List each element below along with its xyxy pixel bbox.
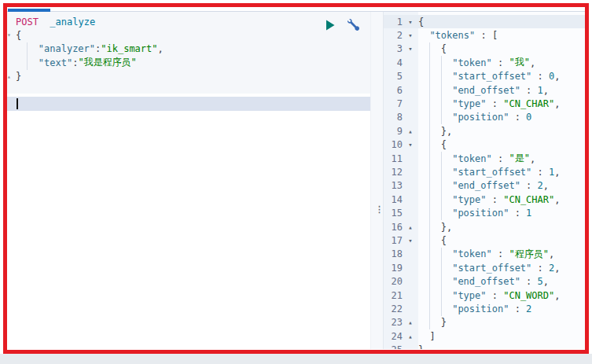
code-line[interactable]: 18"token" : "程序员", (384, 248, 585, 261)
code-line[interactable]: 11"token" : "是", (384, 152, 585, 165)
code-line[interactable]: 22"position" : 2 (384, 302, 585, 315)
code-text: POST _analyze (16, 17, 95, 28)
code-line[interactable] (7, 97, 370, 110)
code-token: "analyzer" (39, 43, 95, 54)
code-token: "我" (509, 56, 529, 69)
indent-guide (418, 152, 429, 165)
fold-down-icon[interactable]: ▾ (405, 141, 416, 149)
code-line[interactable]: "text":"我是程序员" (7, 56, 370, 69)
code-text: "start_offset" : 0, (416, 70, 560, 83)
code-text: }, (416, 124, 452, 138)
line-number: 8 (384, 112, 405, 123)
indent-guide (418, 83, 429, 97)
code-line[interactable]: 13"end_offset" : 2, (384, 179, 585, 193)
code-text: { (416, 233, 447, 247)
play-icon (324, 19, 336, 31)
indent-guide (429, 111, 440, 124)
code-token: : (520, 85, 538, 96)
send-request-button[interactable] (324, 19, 336, 31)
code-line[interactable]: 17▾{ (384, 233, 585, 247)
code-text: } (416, 344, 424, 349)
code-line[interactable]: 7"type" : "CN_CHAR", (384, 97, 585, 110)
code-token: { (441, 139, 447, 150)
indent-guide (429, 152, 440, 165)
code-token: "position" (452, 112, 509, 123)
code-line[interactable]: 8"position" : 0 (384, 111, 585, 124)
code-line[interactable]: 14"type" : "CN_CHAR", (384, 193, 585, 206)
indent-guide (418, 124, 429, 138)
indent-guide (429, 220, 440, 233)
code-text: "start_offset" : 1, (416, 165, 560, 178)
indent-guide (429, 97, 440, 110)
fold-up-icon[interactable]: ▴ (405, 318, 416, 326)
response-editor[interactable]: 1▾{2▾"tokens" : [3▾{4"token" : "我",5"sta… (384, 12, 585, 349)
code-line[interactable]: 15"position" : 1 (384, 206, 585, 219)
code-token: "text" (39, 57, 72, 68)
code-line[interactable]: 10▾{ (384, 138, 585, 152)
indent-guide (418, 97, 429, 110)
code-line[interactable] (7, 83, 370, 97)
indent-guide (27, 56, 38, 69)
line-number: 24 (384, 331, 405, 342)
code-line[interactable]: 9▴}, (384, 124, 585, 138)
fold-up-icon[interactable]: ▴ (405, 346, 416, 349)
splitter-handle-icon[interactable]: ⋮ (375, 207, 384, 212)
code-line[interactable]: 25▴} (384, 343, 585, 349)
code-line[interactable]: 12"start_offset" : 1, (384, 165, 585, 178)
indent-guide (441, 56, 452, 69)
fold-down-icon[interactable]: ▾ (7, 28, 16, 42)
fold-up-icon[interactable]: ▴ (405, 223, 416, 231)
panel-splitter[interactable]: ⋮ (370, 12, 384, 349)
fold-up-icon[interactable]: ▴ (405, 127, 416, 135)
code-line[interactable]: 1▾{ (384, 15, 585, 28)
code-text: ] (416, 329, 436, 343)
code-line[interactable]: 19"start_offset" : 2, (384, 261, 585, 274)
fold-up-icon[interactable]: ▴ (405, 333, 416, 340)
request-editor[interactable]: POST _analyze▾{"analyzer":"ik_smart","te… (7, 12, 370, 349)
fold-down-icon[interactable]: ▾ (405, 45, 416, 53)
code-line[interactable]: 5"start_offset" : 0, (384, 70, 585, 83)
code-token: "程序员" (509, 248, 548, 261)
request-options-button[interactable] (347, 19, 359, 31)
code-line[interactable]: 3▾{ (384, 42, 585, 56)
code-line[interactable]: ▴} (7, 70, 370, 83)
line-number: 17 (384, 235, 405, 246)
line-number: 15 (384, 208, 405, 219)
fold-up-icon[interactable]: ▴ (7, 70, 16, 83)
code-line[interactable]: "analyzer":"ik_smart", (7, 42, 370, 56)
code-text: "position" : 1 (416, 206, 531, 219)
indent-guide (16, 42, 27, 56)
code-line[interactable]: 23▴} (384, 316, 585, 329)
code-token (39, 17, 50, 28)
fold-down-icon[interactable]: ▾ (405, 31, 416, 39)
indent-guide (418, 316, 429, 329)
code-token: }, (441, 126, 452, 137)
code-line[interactable]: 4"token" : "我", (384, 56, 585, 69)
code-token: "ik_smart" (101, 43, 157, 54)
code-line[interactable]: 16▴}, (384, 220, 585, 233)
code-line[interactable]: 2▾"tokens" : [ (384, 28, 585, 42)
fold-down-icon[interactable]: ▾ (405, 18, 416, 26)
code-text: } (416, 316, 447, 329)
code-token: : (72, 57, 78, 68)
code-token: "token" (452, 153, 492, 164)
line-number: 6 (384, 85, 405, 96)
code-token: : (492, 57, 509, 68)
code-token: 2 (526, 303, 531, 314)
code-line[interactable]: 24▴] (384, 329, 585, 343)
code-line[interactable]: POST _analyze (7, 15, 370, 28)
response-lines: 1▾{2▾"tokens" : [3▾{4"token" : "我",5"sta… (384, 12, 585, 349)
code-token: "是" (509, 152, 529, 165)
code-line[interactable]: 6"end_offset" : 1, (384, 83, 585, 97)
indent-guide (27, 42, 38, 56)
line-number: 13 (384, 180, 405, 191)
code-token: { (16, 30, 21, 41)
code-line[interactable]: 20"end_offset" : 5, (384, 274, 585, 288)
fold-down-icon[interactable]: ▾ (405, 237, 416, 245)
indent-guide (418, 289, 429, 302)
code-line[interactable]: 21"type" : "CN_WORD", (384, 289, 585, 302)
code-text: "start_offset" : 2, (416, 261, 560, 274)
line-number: 11 (384, 153, 405, 164)
code-line[interactable]: ▾{ (7, 28, 370, 42)
code-token: : (531, 263, 549, 274)
